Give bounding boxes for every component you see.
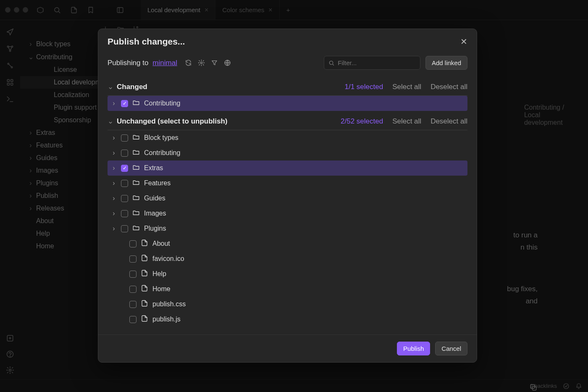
tree-row-label: Block types xyxy=(144,134,178,142)
tree-row[interactable]: Help xyxy=(108,266,467,282)
modal-title: Publish changes... xyxy=(108,37,185,47)
selection-count: 2/52 selected xyxy=(341,117,383,126)
folder-icon xyxy=(132,209,140,218)
modal-footer: Publish Cancel xyxy=(98,334,477,362)
file-icon xyxy=(141,254,148,263)
tree-row[interactable]: ›Block types xyxy=(108,130,467,145)
tree-row-label: publish.css xyxy=(152,300,186,308)
tree-row-label: favicon.ico xyxy=(152,255,184,263)
file-icon xyxy=(141,315,148,324)
tree-row[interactable]: ›Contributing xyxy=(108,96,467,111)
chevron-right-icon: › xyxy=(111,195,117,202)
publish-modal: Publish changes... ✕ Publishing to minim… xyxy=(98,29,477,363)
deselect-all-link[interactable]: Deselect all xyxy=(430,117,467,126)
checkbox[interactable] xyxy=(129,316,136,323)
tree-row-label: publish.js xyxy=(152,316,181,323)
checkbox[interactable] xyxy=(121,180,128,187)
cancel-button[interactable]: Cancel xyxy=(435,342,467,355)
tree-row[interactable]: ›Guides xyxy=(108,191,467,206)
folder-icon xyxy=(132,99,140,108)
folder-icon xyxy=(132,224,140,233)
search-icon xyxy=(328,60,334,66)
checkbox[interactable] xyxy=(129,255,136,263)
refresh-icon[interactable] xyxy=(185,59,192,66)
checkbox[interactable] xyxy=(121,100,128,107)
chevron-right-icon: › xyxy=(111,225,117,232)
close-icon[interactable]: ✕ xyxy=(460,37,467,47)
tree-row[interactable]: favicon.ico xyxy=(108,251,467,266)
tree-row-label: Images xyxy=(144,210,166,217)
tree-row-label: About xyxy=(152,240,170,247)
tree-row[interactable]: ›Extras xyxy=(108,160,467,176)
folder-icon xyxy=(132,179,140,188)
modal-subheader: Publishing to minimal Add linked xyxy=(98,53,477,76)
selection-count: 1/1 selected xyxy=(344,83,383,91)
modal-header: Publish changes... ✕ xyxy=(98,29,477,53)
tree-row[interactable]: ›Features xyxy=(108,176,467,191)
folder-icon xyxy=(132,133,140,142)
select-all-link[interactable]: Select all xyxy=(392,83,421,91)
filter-input[interactable] xyxy=(338,59,416,66)
tree-row[interactable]: Home xyxy=(108,282,467,297)
folder-icon xyxy=(132,194,140,203)
add-linked-button[interactable]: Add linked xyxy=(425,56,467,70)
chevron-right-icon: › xyxy=(111,100,117,107)
checkbox[interactable] xyxy=(121,134,128,142)
chevron-right-icon: › xyxy=(111,164,117,172)
tree-row[interactable]: ›Plugins xyxy=(108,221,467,236)
unchanged-section-header[interactable]: ⌄ Unchanged (select to unpublish) 2/52 s… xyxy=(108,111,467,130)
tree-row-label: Extras xyxy=(144,164,163,172)
checkbox[interactable] xyxy=(129,271,136,278)
tree-row-label: Plugins xyxy=(144,225,166,232)
file-icon xyxy=(141,239,148,248)
modal-body: ⌄ Changed 1/1 selected Select all Desele… xyxy=(98,76,477,334)
svg-point-23 xyxy=(200,62,202,63)
filter-input-wrapper[interactable] xyxy=(324,56,420,70)
chevron-right-icon: › xyxy=(111,179,117,187)
folder-icon xyxy=(132,148,140,158)
chevron-right-icon: › xyxy=(111,149,117,157)
filter-icon[interactable] xyxy=(211,59,218,66)
tree-row-label: Contributing xyxy=(144,100,180,107)
chevron-right-icon: › xyxy=(111,134,117,142)
file-icon xyxy=(141,284,148,294)
tree-row[interactable]: publish.js xyxy=(108,312,467,327)
checkbox[interactable] xyxy=(121,225,128,232)
section-title: Changed xyxy=(117,83,147,91)
tree-row-label: Contributing xyxy=(144,149,180,157)
globe-icon[interactable] xyxy=(224,59,231,66)
checkbox[interactable] xyxy=(129,286,136,293)
chevron-down-icon: ⌄ xyxy=(108,117,113,126)
section-title: Unchanged (select to unpublish) xyxy=(117,117,228,126)
checkbox[interactable] xyxy=(121,165,128,172)
tree-row[interactable]: publish.css xyxy=(108,297,467,312)
changed-section-header[interactable]: ⌄ Changed 1/1 selected Select all Desele… xyxy=(108,76,467,96)
checkbox[interactable] xyxy=(121,150,128,157)
tree-row[interactable]: ›Contributing xyxy=(108,145,467,160)
folder-icon xyxy=(132,163,140,173)
publishing-to-label: Publishing to xyxy=(108,59,148,67)
checkbox[interactable] xyxy=(121,210,128,217)
svg-point-25 xyxy=(329,61,333,64)
publish-button[interactable]: Publish xyxy=(397,342,430,355)
select-all-link[interactable]: Select all xyxy=(392,117,421,126)
site-link[interactable]: minimal xyxy=(152,59,177,67)
tree-row-label: Help xyxy=(152,270,166,278)
chevron-down-icon: ⌄ xyxy=(108,82,113,91)
checkbox[interactable] xyxy=(121,195,128,202)
file-icon xyxy=(141,269,148,279)
tree-row-label: Guides xyxy=(144,195,165,202)
file-icon xyxy=(141,300,148,309)
checkbox[interactable] xyxy=(129,301,136,308)
deselect-all-link[interactable]: Deselect all xyxy=(430,83,467,91)
tree-row-label: Features xyxy=(144,179,171,187)
gear-icon[interactable] xyxy=(198,59,205,66)
tree-row-label: Home xyxy=(152,285,171,293)
chevron-right-icon: › xyxy=(111,210,117,217)
checkbox[interactable] xyxy=(129,240,136,247)
tree-row[interactable]: About xyxy=(108,236,467,251)
tree-row[interactable]: ›Images xyxy=(108,206,467,221)
